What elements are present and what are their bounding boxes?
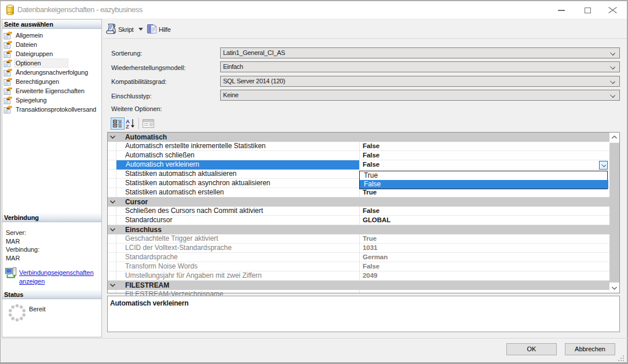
svg-text:Z: Z	[126, 123, 129, 130]
